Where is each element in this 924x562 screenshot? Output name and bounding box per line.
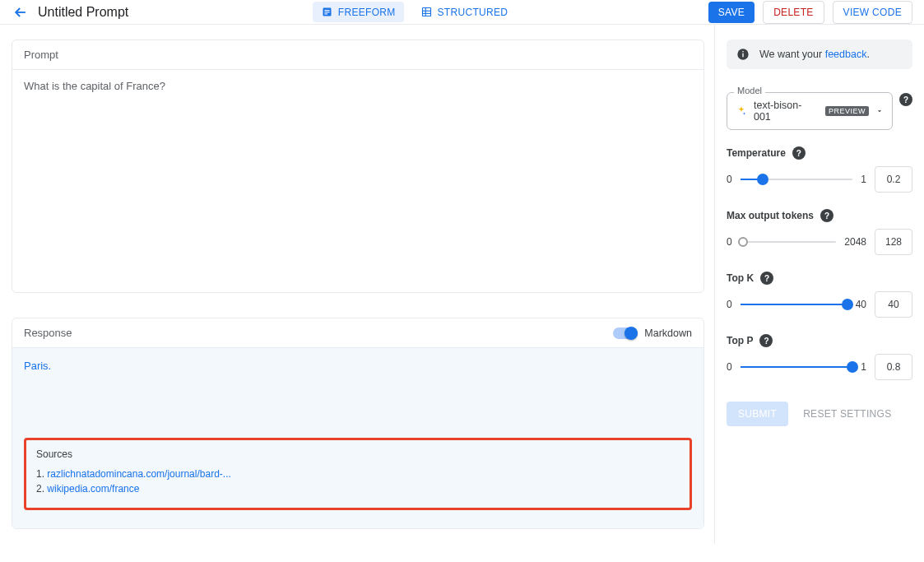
source-link[interactable]: wikipedia.com/france	[47, 483, 139, 495]
max-tokens-max: 2048	[844, 236, 866, 248]
param-temperature: Temperature ? 0 1 0.2	[727, 146, 912, 193]
top-p-min: 0	[727, 361, 732, 373]
model-help-icon[interactable]: ?	[899, 93, 912, 106]
source-item: 2. wikipedia.com/france	[36, 481, 680, 496]
source-number: 1.	[36, 468, 44, 480]
response-heading: Response	[24, 327, 72, 339]
temperature-value[interactable]: 0.2	[875, 166, 912, 193]
source-link[interactable]: razlichnatadomincana.com/journal/bard-..…	[47, 468, 230, 480]
back-arrow-icon[interactable]	[12, 3, 30, 21]
tab-structured-label: STRUCTURED	[438, 7, 508, 18]
svg-rect-2	[324, 12, 329, 12]
top-k-slider[interactable]	[741, 304, 847, 305]
header-actions: SAVE DELETE VIEW CODE	[708, 1, 912, 24]
toggle-switch-icon[interactable]	[613, 327, 638, 339]
temperature-slider[interactable]	[741, 179, 853, 180]
save-button[interactable]: SAVE	[708, 2, 755, 23]
param-top-k: Top K ? 0 40 40	[727, 272, 912, 318]
svg-rect-9	[742, 53, 743, 58]
info-icon	[736, 48, 750, 61]
sparkle-icon	[736, 105, 747, 117]
feedback-banner: We want your feedback.	[727, 39, 912, 69]
top-p-label: Top P	[727, 335, 753, 346]
temperature-max: 1	[861, 174, 866, 185]
mode-tabs: FREEFORM STRUCTURED	[313, 2, 524, 22]
model-legend: Model	[734, 86, 765, 95]
sources-heading: Sources	[36, 448, 680, 460]
max-tokens-help-icon[interactable]: ?	[820, 209, 833, 222]
top-k-label: Top K	[727, 272, 754, 284]
svg-rect-1	[324, 10, 329, 11]
top-k-max: 40	[856, 299, 866, 310]
max-tokens-slider[interactable]	[741, 241, 837, 243]
delete-button[interactable]: DELETE	[763, 1, 824, 24]
max-tokens-value[interactable]: 128	[875, 229, 912, 255]
preview-badge: PREVIEW	[825, 106, 869, 116]
temperature-label: Temperature	[727, 147, 786, 159]
markdown-toggle[interactable]: Markdown	[613, 327, 692, 339]
prompt-input[interactable]: What is the capital of France?	[12, 70, 703, 292]
top-k-help-icon[interactable]: ?	[760, 272, 773, 285]
freeform-icon	[321, 6, 333, 18]
chevron-down-icon	[875, 107, 884, 115]
svg-rect-4	[422, 8, 430, 16]
top-bar: Untitled Prompt FREEFORM STRUCTURED SAVE…	[0, 0, 924, 25]
top-p-value[interactable]: 0.8	[875, 354, 912, 380]
svg-rect-10	[742, 51, 743, 52]
page-title: Untitled Prompt	[38, 5, 128, 20]
temperature-min: 0	[727, 174, 732, 185]
sources-highlight-box: Sources 1. razlichnatadomincana.com/jour…	[24, 438, 692, 510]
param-top-p: Top P ? 0 1 0.8	[727, 334, 912, 380]
source-number: 2.	[36, 483, 44, 495]
response-card: Response Markdown Paris. Sources 1. razl…	[12, 318, 704, 529]
feedback-suffix: .	[866, 49, 869, 60]
submit-button[interactable]: SUBMIT	[727, 402, 788, 426]
tab-freeform-label: FREEFORM	[338, 7, 396, 18]
prompt-card: Prompt What is the capital of France?	[12, 39, 704, 293]
max-tokens-min: 0	[727, 236, 732, 248]
feedback-link[interactable]: feedback	[825, 49, 867, 60]
markdown-label: Markdown	[644, 327, 692, 339]
model-dropdown[interactable]: Model text-bison-001 PREVIEW	[727, 92, 893, 130]
source-item: 1. razlichnatadomincana.com/journal/bard…	[36, 467, 680, 481]
top-k-min: 0	[727, 299, 732, 310]
temperature-help-icon[interactable]: ?	[792, 146, 806, 160]
sidebar-actions: SUBMIT RESET SETTINGS	[727, 402, 912, 426]
top-p-max: 1	[861, 361, 866, 373]
reset-settings-button[interactable]: RESET SETTINGS	[800, 402, 894, 426]
settings-sidebar: We want your feedback. Model text-bison-…	[714, 25, 924, 544]
max-tokens-label: Max output tokens	[727, 210, 814, 221]
main-panel: Prompt What is the capital of France? Re…	[0, 25, 714, 544]
model-name: text-bison-001	[754, 100, 819, 123]
tab-freeform[interactable]: FREEFORM	[313, 2, 404, 22]
param-max-tokens: Max output tokens ? 0 2048 128	[727, 209, 912, 255]
tab-structured[interactable]: STRUCTURED	[412, 2, 517, 22]
top-k-value[interactable]: 40	[875, 291, 912, 318]
response-text: Paris.	[24, 360, 692, 372]
prompt-heading: Prompt	[24, 49, 58, 61]
structured-icon	[420, 6, 433, 18]
view-code-button[interactable]: VIEW CODE	[833, 1, 912, 24]
response-body: Paris. Sources 1. razlichnatadomincana.c…	[12, 348, 703, 528]
top-p-help-icon[interactable]: ?	[759, 334, 773, 347]
feedback-text: We want your	[759, 49, 825, 60]
svg-rect-3	[324, 13, 327, 14]
top-p-slider[interactable]	[741, 366, 853, 368]
